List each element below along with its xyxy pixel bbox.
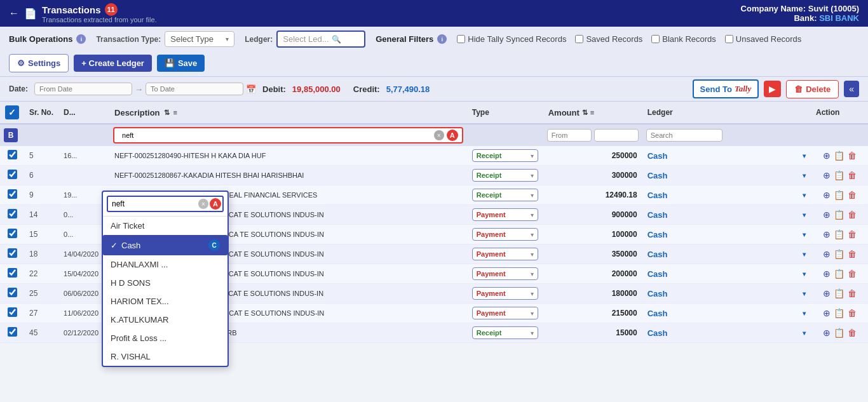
dropdown-item[interactable]: DHANLAXMI ... (103, 255, 227, 274)
copy-icon[interactable]: 📋 (834, 190, 844, 200)
copy-icon[interactable]: 📋 (834, 269, 844, 279)
dropdown-clear-icon[interactable]: × (198, 199, 208, 209)
saved-records-checkbox-group[interactable]: Saved Records (575, 34, 642, 44)
youtube-button[interactable]: ▶ (764, 81, 781, 97)
dropdown-item[interactable]: ✓ Cash C (103, 235, 227, 255)
ledger-search-input[interactable] (646, 129, 722, 142)
add-icon[interactable]: ⊕ (823, 249, 831, 259)
delete-row-icon[interactable]: 🗑 (848, 210, 857, 220)
delete-row-icon[interactable]: 🗑 (848, 151, 857, 161)
copy-icon[interactable]: 📋 (834, 328, 844, 338)
hide-tally-checkbox[interactable] (457, 35, 465, 43)
add-icon[interactable]: ⊕ (823, 269, 831, 279)
type-dropdown[interactable]: Payment ▾ (472, 287, 538, 300)
delete-row-icon[interactable]: 🗑 (848, 328, 857, 338)
type-dropdown[interactable]: Payment ▾ (472, 228, 538, 241)
select-all-checkbox[interactable]: ✓ (5, 105, 19, 119)
create-ledger-button[interactable]: + Create Ledger (74, 55, 152, 72)
add-icon[interactable]: ⊕ (823, 229, 831, 239)
delete-row-icon[interactable]: 🗑 (848, 269, 857, 279)
row-checkbox[interactable] (8, 189, 17, 199)
dropdown-item[interactable]: HARIOM TEX... (103, 292, 227, 311)
copy-icon[interactable]: 📋 (834, 151, 844, 161)
delete-row-icon[interactable]: 🗑 (848, 190, 857, 200)
add-icon[interactable]: ⊕ (823, 210, 831, 220)
dropdown-item[interactable]: Air Ticket (103, 217, 227, 235)
ledger-dropdown[interactable]: Cash ▾ (648, 309, 806, 318)
add-icon[interactable]: ⊕ (823, 328, 831, 338)
type-dropdown[interactable]: Receipt ▾ (472, 326, 538, 339)
settings-button[interactable]: ⚙ Settings (9, 54, 69, 72)
dropdown-item[interactable]: R. VISHAL (103, 347, 227, 366)
type-dropdown[interactable]: Payment ▾ (472, 267, 538, 280)
copy-icon[interactable]: 📋 (834, 170, 844, 180)
amount-from-input[interactable] (547, 129, 592, 142)
delete-row-icon[interactable]: 🗑 (848, 308, 857, 318)
add-icon[interactable]: ⊕ (823, 308, 831, 318)
row-checkbox[interactable] (8, 170, 17, 179)
copy-icon[interactable]: 📋 (834, 288, 844, 298)
amount-to-input[interactable] (594, 129, 639, 142)
ledger-input[interactable]: Select Led... 🔍 (276, 30, 365, 48)
save-button[interactable]: 💾 Save (157, 55, 205, 72)
ledger-dropdown[interactable]: Cash ▾ (648, 230, 806, 239)
collapse-button[interactable]: « (844, 81, 859, 97)
saved-records-checkbox[interactable] (575, 35, 583, 43)
blank-records-checkbox-group[interactable]: Blank Records (651, 34, 716, 44)
delete-row-icon[interactable]: 🗑 (848, 249, 857, 259)
ledger-dropdown[interactable]: Cash ▾ (648, 171, 806, 180)
description-filter-input[interactable] (118, 130, 434, 141)
type-dropdown[interactable]: Receipt ▾ (472, 189, 538, 201)
send-to-tally-button[interactable]: Send To Tally (693, 79, 759, 98)
delete-row-icon[interactable]: 🗑 (848, 170, 857, 180)
ledger-dropdown[interactable]: Cash ▾ (648, 289, 806, 298)
add-icon[interactable]: ⊕ (823, 190, 831, 200)
back-button[interactable]: ← (9, 8, 19, 19)
ledger-dropdown[interactable]: Cash ▾ (648, 191, 806, 200)
delete-row-icon[interactable]: 🗑 (848, 288, 857, 298)
clear-desc-filter-icon[interactable]: × (434, 130, 444, 140)
row-checkbox[interactable] (8, 307, 17, 317)
blank-records-checkbox[interactable] (651, 35, 660, 43)
dropdown-item[interactable]: Profit & Loss ... (103, 329, 227, 347)
amount-sort-icon[interactable]: ⇅ (582, 109, 588, 117)
type-dropdown[interactable]: Receipt ▾ (472, 169, 538, 182)
to-date-input[interactable] (146, 83, 243, 95)
copy-icon[interactable]: 📋 (834, 249, 844, 259)
copy-icon[interactable]: 📋 (834, 308, 844, 318)
add-icon[interactable]: ⊕ (823, 288, 831, 298)
ledger-dropdown[interactable]: Cash ▾ (648, 210, 806, 220)
delete-row-icon[interactable]: 🗑 (848, 229, 857, 239)
row-checkbox[interactable] (8, 150, 17, 159)
copy-icon[interactable]: 📋 (834, 210, 844, 220)
delete-button[interactable]: 🗑 Delete (786, 80, 839, 98)
calendar-icon[interactable]: 📅 (246, 84, 256, 94)
ledger-dropdown[interactable]: Cash ▾ (648, 328, 806, 338)
sort-desc-icon[interactable]: ≡ (173, 109, 177, 116)
ledger-dropdown[interactable]: Cash ▾ (648, 250, 806, 259)
from-date-input[interactable] (34, 83, 132, 95)
hide-tally-checkbox-group[interactable]: Hide Tally Synced Records (457, 34, 566, 44)
unsaved-records-checkbox[interactable] (725, 35, 733, 43)
row-checkbox[interactable] (8, 209, 17, 218)
unsaved-records-checkbox-group[interactable]: Unsaved Records (725, 34, 801, 44)
ledger-dropdown[interactable]: Cash ▾ (648, 269, 806, 279)
dropdown-item[interactable]: K.ATULKUMAR (103, 311, 227, 329)
transaction-type-select[interactable]: Select Type ▾ (165, 31, 234, 47)
type-dropdown[interactable]: Payment ▾ (472, 307, 538, 319)
row-checkbox[interactable] (8, 248, 17, 258)
row-checkbox[interactable] (8, 229, 17, 238)
ledger-dropdown[interactable]: Cash ▾ (648, 151, 806, 161)
type-dropdown[interactable]: Receipt ▾ (472, 149, 538, 162)
copy-icon[interactable]: 📋 (834, 229, 844, 239)
sort-asc-icon[interactable]: ⇅ (164, 109, 170, 117)
type-dropdown[interactable]: Payment ▾ (472, 208, 538, 221)
row-checkbox[interactable] (8, 288, 17, 297)
amount-sort-icon2[interactable]: ≡ (590, 109, 594, 116)
add-icon[interactable]: ⊕ (823, 151, 831, 161)
row-checkbox[interactable] (8, 327, 17, 337)
add-icon[interactable]: ⊕ (823, 170, 831, 180)
row-checkbox[interactable] (8, 268, 17, 278)
type-dropdown[interactable]: Payment ▾ (472, 248, 538, 260)
dropdown-item[interactable]: H D SONS (103, 274, 227, 292)
